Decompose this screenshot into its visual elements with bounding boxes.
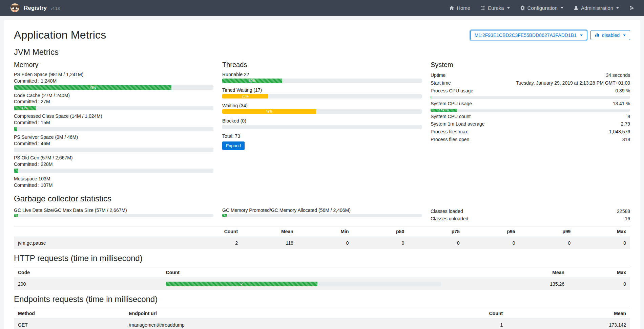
- instance-selector-label: M1:2F93E1CBD2C3FE55BDD8627A3FADD1B1: [475, 32, 577, 38]
- instance-selector-dropdown[interactable]: M1:2F93E1CBD2C3FE55BDD8627A3FADD1B1: [470, 30, 587, 40]
- progress-bar: 30%: [222, 79, 422, 83]
- system-row-label: Uptime: [431, 72, 445, 79]
- chevron-down-icon: [580, 35, 583, 36]
- memory-section: Memory PS Eden Space (981M / 1,241M) Com…: [14, 61, 213, 189]
- http-row-code: 200: [14, 278, 162, 290]
- memory-metric-old-gen: PS Old Gen (57M / 2,667M) Committed : 22…: [14, 155, 213, 173]
- bar-chart-icon: [595, 32, 599, 38]
- jvm-metrics-grid: Memory PS Eden Space (981M / 1,241M) Com…: [14, 61, 630, 189]
- endpoint-method: GET: [14, 319, 125, 329]
- table-row: GET /management/threaddump 1 173.142: [14, 319, 630, 329]
- threads-heading: Threads: [222, 61, 422, 69]
- thread-metric-waiting: Waiting (34) 47%: [222, 103, 422, 114]
- system-row-value: 0.39 %: [615, 88, 630, 94]
- progress-label: 47%: [266, 110, 272, 113]
- system-row-cpu-count: System CPU count 8: [431, 113, 630, 120]
- gears-icon: [520, 5, 525, 10]
- metric-committed: Committed : 107M: [14, 182, 213, 189]
- nav-configuration[interactable]: Configuration: [520, 5, 563, 11]
- http-row-mean: 135.26: [445, 278, 568, 290]
- system-row-start-time: Start time Tuesday, January 29, 2019 at …: [431, 79, 630, 87]
- metric-title: Runnable 22: [222, 71, 422, 78]
- gc-table: Count Mean Min p50 p75 p95 p99 Max jvm.g…: [14, 226, 630, 249]
- system-section: System Uptime 34 seconds Start time Tues…: [431, 61, 630, 189]
- metric-title: Waiting (34): [222, 103, 422, 109]
- brand-version: v4.1.0: [51, 7, 60, 10]
- progress-label: 3: [224, 214, 225, 217]
- memory-metric-metaspace: Metaspace 103M Committed : 107M: [14, 176, 213, 189]
- memory-metric-survivor: PS Survivor Space (0M / 46M) Committed :…: [14, 134, 213, 152]
- column-header-p50: p50: [353, 226, 408, 237]
- page-header: Application Metrics M1:2F93E1CBD2C3FE55B…: [14, 29, 630, 41]
- system-heading: System: [431, 61, 630, 69]
- column-header-mean: Mean: [507, 308, 630, 319]
- gc-grid: GC Live Data Size/GC Max Data Size (57M …: [14, 207, 630, 223]
- system-row-value: Tuesday, January 29, 2019 at 2:13:28 PM …: [516, 80, 630, 86]
- user-icon: [574, 5, 579, 10]
- progress-bar: 2: [166, 282, 441, 286]
- classes-loaded-label: Classes loaded: [431, 208, 463, 215]
- metric-title: PS Old Gen (57M / 2,667M): [14, 155, 213, 161]
- top-navbar: Registry v4.1.0 Home Eureka Configuratio…: [0, 0, 644, 16]
- refresh-dropdown[interactable]: disabled: [590, 30, 630, 40]
- nav-eureka[interactable]: Eureka: [480, 5, 510, 11]
- system-row-value: 34 seconds: [606, 72, 630, 79]
- gc-row-max: 0: [575, 237, 630, 249]
- progress-bar: [14, 127, 213, 131]
- column-header-code: Code: [14, 267, 162, 278]
- brand[interactable]: Registry v4.1.0: [9, 2, 60, 14]
- system-row-label: Start time: [431, 80, 451, 86]
- table-row: jvm.gc.pause 2 118 0 0 0 0 0 0: [14, 237, 630, 249]
- column-header-count: Count: [162, 267, 445, 278]
- progress-fill: 13.41 %: [431, 109, 457, 112]
- gc-memory-promoted-title: GC Memory Promoted/GC Memory Allocated (…: [222, 207, 422, 213]
- classes-loaded-value: 22588: [617, 208, 630, 215]
- progress-label: 23%: [242, 94, 249, 98]
- system-row-label: System 1m Load average: [431, 121, 485, 127]
- gc-memory-promoted: GC Memory Promoted/GC Memory Allocated (…: [222, 207, 422, 223]
- endpoints-table-header-row: Method Endpoint url Count Mean: [14, 308, 630, 319]
- sign-out-icon: [629, 5, 635, 11]
- column-header-count: Count: [186, 226, 242, 237]
- column-header-p95: p95: [464, 226, 519, 237]
- progress-label: 2: [241, 282, 243, 286]
- memory-metric-compressed-class: Compressed Class Space (14M / 1,024M) Co…: [14, 113, 213, 131]
- thread-metric-timed-waiting: Timed Waiting (17) 23%: [222, 87, 422, 98]
- column-header-max: Max: [575, 226, 630, 237]
- metric-title: Compressed Class Space (14M / 1,024M): [14, 113, 213, 119]
- navbar-menu: Home Eureka Configuration Administration: [449, 5, 635, 11]
- metric-title: Timed Waiting (17): [222, 87, 422, 93]
- gc-metric-column-header: [14, 226, 186, 237]
- system-row-files-open: Process files open 318: [431, 136, 630, 144]
- nav-eureka-label: Eureka: [488, 5, 504, 11]
- system-row-value: 318: [622, 136, 630, 143]
- gc-classes: Classes loaded 22588 Classes unloaded 16: [431, 207, 630, 223]
- system-row-load-average: System 1m Load average 2.79: [431, 120, 630, 128]
- progress-bar: 79%: [14, 85, 213, 90]
- home-icon: [449, 5, 454, 10]
- progress-bar: 23%: [222, 94, 422, 98]
- column-header-min: Min: [297, 226, 353, 237]
- expand-button[interactable]: Expand: [222, 141, 245, 150]
- gc-row-p99: 0: [519, 237, 575, 249]
- progress-label: 2: [15, 214, 17, 217]
- system-row-label: Process files open: [431, 136, 469, 143]
- system-row-files-max: Process files max 1,048,576: [431, 128, 630, 136]
- endpoints-requests-heading: Endpoints requests (time in millisecond): [14, 294, 630, 304]
- logout-button[interactable]: [629, 5, 635, 11]
- system-row-label: Process files max: [431, 129, 468, 135]
- metric-title: PS Eden Space (981M / 1,241M): [14, 71, 213, 78]
- chevron-down-icon: [616, 7, 619, 9]
- chevron-down-icon: [561, 7, 563, 9]
- globe-icon: [480, 5, 485, 10]
- progress-fill: [14, 127, 17, 131]
- http-row-max: 0: [568, 278, 630, 290]
- nav-home[interactable]: Home: [449, 5, 470, 11]
- progress-label: 13.41 %: [439, 109, 449, 112]
- nav-administration[interactable]: Administration: [574, 5, 619, 11]
- gc-live-data: GC Live Data Size/GC Max Data Size (57M …: [14, 207, 213, 223]
- progress-bar: 2: [14, 214, 213, 217]
- column-header-p99: p99: [519, 226, 575, 237]
- memory-metric-code-cache: Code Cache (27M / 240M) Committed : 27M …: [14, 92, 213, 111]
- column-header-count: Count: [383, 308, 507, 319]
